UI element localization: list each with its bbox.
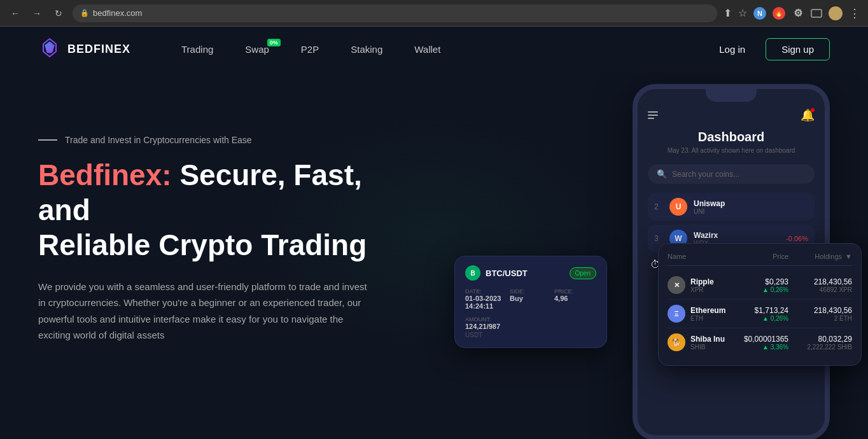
ethereum-info: Ethereum ETH [690, 306, 725, 322]
hero-title: Bedfinex: Secure, Fast, andReliable Cryp… [38, 158, 420, 263]
dashboard-title: Dashboard [648, 130, 815, 144]
nav-staking[interactable]: Staking [351, 44, 382, 55]
coin-num-3: 3 [654, 234, 663, 243]
swap-badge: 0% [267, 39, 281, 46]
url-text: bedfinex.com [93, 8, 142, 18]
back-button[interactable]: ← [8, 6, 23, 21]
hero-section: Trade and Invest in Cryptocurrencies wit… [0, 71, 868, 439]
nav-p2p[interactable]: P2P [301, 44, 319, 55]
trade-date-label: DATE: 01-03-2023 14:24:11 [465, 288, 507, 310]
holdings-row-shiba[interactable]: 🐕 Shiba Inu SHIB $0,00001365 ▲ 3,36% 80,… [668, 328, 852, 356]
nav-links: Trading Swap 0% P2P Staking Wallet [181, 44, 709, 55]
address-bar[interactable]: 🔒 bedfinex.com [73, 4, 717, 22]
nav-trading[interactable]: Trading [181, 44, 213, 55]
subtitle-line [38, 139, 57, 141]
ripple-sym: XPR [690, 286, 714, 293]
ripple-name: Ripple [690, 277, 714, 286]
ripple-holdings-col: 218,430,56 46892 XPR [788, 277, 852, 293]
extension-fire[interactable]: 🔥 [773, 7, 785, 20]
coin-item-uniswap[interactable]: 2 U Uniswap UNI [648, 193, 815, 221]
extension-rect[interactable] [811, 9, 822, 18]
ripple-price: $0,293 [738, 277, 788, 286]
refresh-button[interactable]: ↻ [51, 6, 66, 21]
ethereum-holdings-val: 218,430,56 [788, 306, 852, 315]
shiba-holdings-val: 80,032,29 [788, 335, 852, 344]
uniswap-info: Uniswap UNI [694, 199, 808, 215]
logo[interactable]: BEDFINEX [38, 38, 130, 60]
wazirx-name: Wazirx [694, 231, 780, 240]
ethereum-holdings-sub: 2 ETH [788, 315, 852, 322]
hero-description: We provide you with a seamless and user-… [38, 279, 369, 344]
ethereum-change: ▲ 0,26% [738, 315, 788, 322]
hero-text: Trade and Invest in Cryptocurrencies wit… [38, 97, 420, 344]
star-icon[interactable]: ☆ [738, 7, 747, 19]
subtitle-text: Trade and Invest in Cryptocurrencies wit… [65, 135, 252, 145]
col-holdings-label: Holdings ▼ [788, 253, 852, 260]
shiba-name: Shiba Inu [690, 335, 725, 344]
col-name-label: Name [668, 253, 738, 260]
trade-card: B BTC/USDT Open DATE: 01-03-2023 14:24:1… [454, 256, 607, 348]
ethereum-holdings-col: 218,430,56 2 ETH [788, 306, 852, 322]
holdings-row-ripple[interactable]: ✕ Ripple XPR $0,293 ▲ 0,26% 218,430,56 4… [668, 271, 852, 300]
ripple-holdings-val: 218,430,56 [788, 277, 852, 286]
menu-icon[interactable]: ⋮ [849, 6, 860, 20]
uniswap-name: Uniswap [694, 199, 808, 208]
phone-search-icon: 🔍 [657, 169, 667, 179]
browser-chrome: ← → ↻ 🔒 bedfinex.com ⬆ ☆ N 🔥 ⚙ ⋮ [0, 0, 868, 27]
share-icon[interactable]: ⬆ [724, 7, 732, 19]
phone-bell-icon: 🔔 [801, 108, 815, 122]
trade-details: DATE: 01-03-2023 14:24:11 SIDE: Buy PRIC… [465, 288, 596, 338]
phone-area: 🔔 Dashboard May 23. All activity shown h… [423, 71, 868, 439]
ethereum-price: $1,713,24 [738, 306, 788, 315]
trade-amount-row: AMOUNT: 124,21/987 USDT [465, 316, 596, 338]
signup-button[interactable]: Sign up [766, 38, 830, 60]
wazirx-change: -0.06% [786, 235, 808, 242]
phone-search-placeholder: Search your coins... [672, 170, 739, 179]
trade-price-value: 4,96 [554, 295, 596, 302]
coin-num-2: 2 [654, 202, 663, 211]
logo-text: BEDFINEX [67, 43, 130, 56]
navbar: BEDFINEX Trading Swap 0% P2P Staking Wal… [0, 27, 868, 71]
ethereum-name: Ethereum [690, 306, 725, 315]
col-price-label: Price [738, 253, 788, 260]
ripple-price-col: $0,293 ▲ 0,26% [738, 277, 788, 293]
shiba-coin: 🐕 Shiba Inu SHIB [668, 333, 738, 351]
trade-card-header: B BTC/USDT Open [465, 265, 596, 281]
extension-puzzle[interactable]: ⚙ [792, 7, 804, 20]
trade-pair: B BTC/USDT [465, 265, 528, 281]
trade-usdt-note: USDT [465, 331, 596, 338]
nav-wallet[interactable]: Wallet [414, 44, 440, 55]
dashboard-subtitle: May 23. All activity shown here on dashb… [648, 147, 815, 154]
trade-price-col: PRICE: 4,96 [554, 288, 596, 310]
shiba-price-col: $0,00001365 ▲ 3,36% [738, 335, 788, 351]
ethereum-logo: Ξ [668, 305, 685, 323]
forward-button[interactable]: → [29, 6, 45, 21]
holdings-row-ethereum[interactable]: Ξ Ethereum ETH $1,713,24 ▲ 0,26% 218,430… [668, 300, 852, 328]
phone-search-bar[interactable]: 🔍 Search your coins... [648, 164, 815, 184]
trade-btc-logo: B [465, 265, 480, 281]
trade-amount-value: 124,21/987 [465, 323, 596, 330]
holdings-header: Name Price Holdings ▼ [668, 253, 852, 266]
browser-actions: ⬆ ☆ N 🔥 ⚙ ⋮ [724, 6, 860, 20]
phone-notch [706, 89, 757, 102]
shiba-change: ▲ 3,36% [738, 344, 788, 351]
login-button[interactable]: Log in [709, 39, 755, 60]
extension-n[interactable]: N [753, 7, 766, 20]
bell-notification-dot [811, 108, 815, 112]
hero-title-highlight: Bedfinex: [38, 158, 172, 192]
trade-date-value: 01-03-2023 14:24:11 [465, 295, 507, 310]
shiba-logo: 🐕 [668, 333, 685, 351]
shiba-holdings-col: 80,032,29 2,222,222 SHIB [788, 335, 852, 351]
ethereum-price-col: $1,713,24 ▲ 0,26% [738, 306, 788, 322]
ripple-info: Ripple XPR [690, 277, 714, 293]
shiba-sym: SHIB [690, 344, 725, 351]
uniswap-sym: UNI [694, 208, 808, 215]
phone-header: 🔔 [648, 108, 815, 122]
nav-auth: Log in Sign up [709, 38, 830, 60]
site-wrapper: BEDFINEX Trading Swap 0% P2P Staking Wal… [0, 27, 868, 439]
nav-swap[interactable]: Swap 0% [245, 44, 269, 55]
user-avatar[interactable] [829, 6, 843, 20]
phone-menu-icon [648, 111, 658, 119]
holdings-card: Name Price Holdings ▼ ✕ Ripple XPR [658, 243, 862, 366]
ripple-coin: ✕ Ripple XPR [668, 276, 738, 294]
